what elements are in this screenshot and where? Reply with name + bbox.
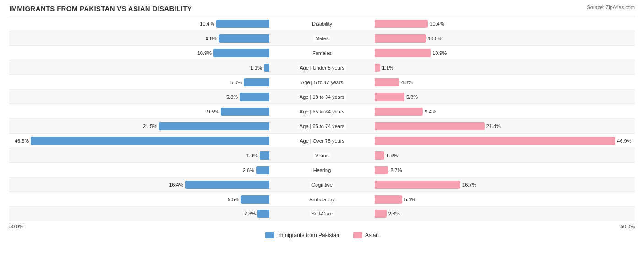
left-value-label: 9.5% bbox=[207, 109, 219, 114]
right-bar bbox=[375, 137, 615, 145]
left-value-label: 46.5% bbox=[15, 138, 29, 144]
bar-area: 10.9% Females 10.9% bbox=[9, 47, 635, 59]
left-bar bbox=[256, 166, 269, 174]
right-bar-section: 5.8% bbox=[375, 91, 418, 103]
chart-row: 1.9% Vision 1.9% bbox=[9, 148, 635, 162]
chart-row: 10.9% Females 10.9% bbox=[9, 45, 635, 60]
left-bar bbox=[31, 137, 269, 145]
center-row-label: Hearing bbox=[311, 167, 333, 173]
right-value-label: 21.4% bbox=[486, 124, 501, 129]
right-bar-section: 2.3% bbox=[375, 207, 400, 220]
right-bar-section: 10.0% bbox=[375, 32, 442, 45]
legend-item-pakistan: Immigrants from Pakistan bbox=[265, 232, 339, 238]
bar-area: 1.9% Vision 1.9% bbox=[9, 149, 635, 162]
left-bar-section: 46.5% bbox=[15, 135, 269, 147]
right-bar-section: 9.4% bbox=[375, 105, 436, 118]
center-row-label: Age | 5 to 17 years bbox=[299, 80, 345, 85]
chart-row: 21.5% Age | 65 to 74 years 21.4% bbox=[9, 118, 635, 133]
left-bar bbox=[159, 122, 269, 130]
bar-area: 16.4% Cognitive 16.7% bbox=[9, 178, 635, 191]
right-bar-section: 21.4% bbox=[375, 120, 501, 133]
left-bar bbox=[264, 64, 269, 72]
left-value-label: 1.9% bbox=[246, 153, 258, 158]
chart-source: Source: ZipAtlas.com bbox=[587, 5, 635, 10]
bar-area: 10.4% Disability 10.4% bbox=[9, 17, 635, 30]
bar-area: 1.1% Age | Under 5 years 1.1% bbox=[9, 61, 635, 74]
chart-row: 2.6% Hearing 2.7% bbox=[9, 162, 635, 177]
right-value-label: 5.8% bbox=[406, 94, 418, 100]
center-row-label: Vision bbox=[313, 153, 331, 158]
right-value-label: 4.8% bbox=[401, 80, 413, 85]
right-value-label: 2.3% bbox=[388, 211, 400, 216]
left-value-label: 2.6% bbox=[243, 167, 254, 173]
chart-row: 5.8% Age | 18 to 34 years 5.8% bbox=[9, 89, 635, 104]
left-bar bbox=[244, 78, 269, 86]
right-value-label: 46.9% bbox=[617, 138, 631, 144]
left-bar bbox=[216, 20, 269, 28]
bar-area: 2.3% Self-Care 2.3% bbox=[9, 207, 635, 220]
right-value-label: 1.1% bbox=[382, 65, 393, 70]
chart-row: 9.8% Males 10.0% bbox=[9, 31, 635, 45]
bar-area: 5.0% Age | 5 to 17 years 4.8% bbox=[9, 76, 635, 89]
left-bar-section: 1.9% bbox=[246, 149, 269, 162]
center-row-label: Age | 35 to 64 years bbox=[298, 109, 346, 114]
right-bar-section: 10.9% bbox=[375, 47, 447, 59]
center-row-label: Females bbox=[311, 50, 333, 56]
bar-area: 9.5% Age | 35 to 64 years 9.4% bbox=[9, 105, 635, 118]
left-bar-section: 9.5% bbox=[207, 105, 269, 118]
bar-area: 9.8% Males 10.0% bbox=[9, 32, 635, 45]
right-bar bbox=[375, 108, 423, 116]
left-value-label: 16.4% bbox=[169, 182, 183, 188]
right-bar bbox=[375, 181, 460, 189]
left-bar bbox=[213, 49, 269, 57]
right-bar bbox=[375, 151, 384, 160]
right-value-label: 16.7% bbox=[462, 182, 476, 188]
left-bar bbox=[240, 93, 269, 101]
right-bar bbox=[375, 20, 428, 28]
right-bar bbox=[375, 210, 387, 218]
chart-row: 5.5% Ambulatory 5.4% bbox=[9, 192, 635, 206]
legend-label-pakistan: Immigrants from Pakistan bbox=[277, 232, 339, 238]
bar-area: 5.5% Ambulatory 5.4% bbox=[9, 193, 635, 206]
right-value-label: 1.9% bbox=[386, 153, 398, 158]
left-bar bbox=[241, 195, 269, 204]
left-value-label: 10.4% bbox=[200, 21, 214, 27]
left-bar-section: 1.1% bbox=[251, 61, 269, 74]
left-bar-section: 21.5% bbox=[143, 120, 269, 133]
left-bar-section: 5.0% bbox=[230, 76, 269, 89]
bar-area: 2.6% Hearing 2.7% bbox=[9, 164, 635, 177]
left-bar-section: 5.5% bbox=[228, 193, 269, 206]
right-value-label: 9.4% bbox=[425, 109, 436, 114]
right-bar-section: 4.8% bbox=[375, 76, 413, 89]
center-row-label: Age | Under 5 years bbox=[298, 65, 346, 70]
right-bar-section: 5.4% bbox=[375, 193, 416, 206]
chart-row: 9.5% Age | 35 to 64 years 9.4% bbox=[9, 104, 635, 118]
right-bar-section: 10.4% bbox=[375, 17, 444, 30]
left-value-label: 1.1% bbox=[251, 65, 262, 70]
right-bar-section: 2.7% bbox=[375, 164, 402, 177]
right-value-label: 5.4% bbox=[404, 197, 415, 202]
left-bar bbox=[185, 181, 269, 189]
left-bar-section: 10.9% bbox=[197, 47, 269, 59]
chart-container: IMMIGRANTS FROM PAKISTAN VS ASIAN DISABI… bbox=[9, 5, 635, 238]
chart-row: 16.4% Cognitive 16.7% bbox=[9, 177, 635, 192]
right-bar-section: 16.7% bbox=[375, 178, 476, 191]
axis-right-label: 50.0% bbox=[621, 224, 635, 229]
right-bar bbox=[375, 49, 431, 57]
left-bar bbox=[260, 151, 269, 160]
left-value-label: 5.5% bbox=[228, 197, 239, 202]
bar-area: 46.5% Age | Over 75 years 46.9% bbox=[9, 135, 635, 147]
left-bar-section: 2.3% bbox=[244, 207, 269, 220]
center-row-label: Ambulatory bbox=[307, 197, 337, 202]
right-value-label: 10.4% bbox=[430, 21, 444, 27]
axis-left-label: 50.0% bbox=[9, 224, 23, 229]
legend-item-asian: Asian bbox=[353, 232, 379, 238]
right-bar bbox=[375, 78, 399, 86]
left-value-label: 10.9% bbox=[197, 50, 212, 56]
left-value-label: 5.8% bbox=[226, 94, 238, 100]
right-bar-section: 1.1% bbox=[375, 61, 393, 74]
left-value-label: 9.8% bbox=[206, 36, 217, 41]
right-bar bbox=[375, 64, 380, 72]
center-row-label: Age | 18 to 34 years bbox=[298, 94, 346, 100]
legend: Immigrants from Pakistan Asian bbox=[9, 232, 635, 238]
